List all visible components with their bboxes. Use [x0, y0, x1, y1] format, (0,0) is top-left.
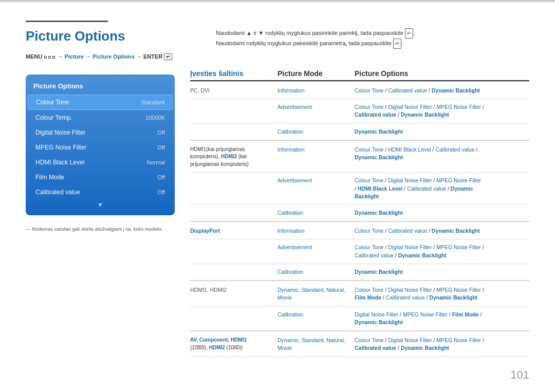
- menu-item-value: Off: [158, 189, 165, 195]
- cell-source: PC, DVI: [190, 86, 278, 96]
- page-number: 101: [510, 368, 529, 382]
- table-header: Įvesties šaltinis Picture Mode Picture O…: [190, 69, 529, 81]
- cell-options: Colour Tone / Digital Noise Filter / MPE…: [355, 335, 529, 353]
- header-accent-bar: [26, 21, 108, 22]
- cell-options: Colour Tone / Calibrated value / Dynamic…: [355, 86, 529, 96]
- menu-path: MENU → Picture → Picture Options → ENTER…: [26, 53, 529, 60]
- cell-options: Dynamic Backlight: [355, 127, 529, 137]
- cell-source: [190, 267, 278, 269]
- cell-mode: Advertisement: [278, 176, 355, 185]
- menu-item-value: 10000K: [145, 115, 165, 121]
- table-row: AV, Component, HDMI1(1080i), HDMI2 (1080…: [190, 331, 529, 357]
- cell-mode: Calibration: [278, 127, 355, 137]
- menu-item-value: Off: [158, 174, 165, 180]
- menu-item-label: Film Mode: [35, 174, 64, 181]
- cell-source: [190, 176, 278, 178]
- table-row: PC, DVI Information Colour Tone / Calibr…: [190, 81, 529, 99]
- cell-source: [190, 310, 278, 312]
- cell-mode: Calibration: [278, 208, 355, 218]
- menu-item-colour-temp[interactable]: Colour Temp. 10000K: [28, 110, 173, 125]
- cell-source: [190, 127, 278, 129]
- cell-mode: Information: [278, 86, 355, 96]
- instructions-block: Naudodami ▲ ir ▼ rodyklių mygtukus pasir…: [216, 28, 529, 49]
- picture-options-box-title: Picture Options: [26, 80, 175, 94]
- menu-item-value: Off: [158, 129, 165, 136]
- left-panel: Picture Options Colour Tone Standard Col…: [26, 69, 175, 357]
- cell-options: Colour Tone / Calibrated value / Dynamic…: [355, 226, 529, 236]
- cell-source: HDMI1(kai prijungiamas kompiuteris), HDM…: [190, 145, 278, 170]
- menu-item-value: Normal: [147, 159, 165, 165]
- menu-item-mpeg-noise[interactable]: MPEG Noise Filter Off: [28, 140, 173, 155]
- table-row: Advertisement Colour Tone / Digital Nois…: [190, 173, 529, 205]
- menu-item-label: MPEG Noise Filter: [35, 144, 86, 151]
- cell-source: DisplayPort: [190, 226, 278, 236]
- menu-item-hdmi-black[interactable]: HDMI Black Level Normal: [28, 155, 173, 170]
- top-decorative-line: [0, 0, 555, 2]
- instruction-line-1: Naudodami ▲ ir ▼ rodyklių mygtukus pasir…: [216, 28, 529, 39]
- cell-options: Colour Tone / Digital Noise Filter / MPE…: [355, 176, 529, 201]
- cell-mode: Information: [278, 226, 355, 236]
- menu-item-value: Standard: [141, 99, 164, 105]
- instruction-line-2: Naudodami rodyklių mygtukus pakeiskite p…: [216, 39, 529, 49]
- table-header-mode: Picture Mode: [278, 69, 355, 78]
- table-row: DisplayPort Information Colour Tone / Ca…: [190, 221, 529, 239]
- menu-item-colour-tone[interactable]: Colour Tone Standard: [28, 95, 173, 110]
- table-row: HDMI1, HDMI2 Dynamic, Standard, Natural,…: [190, 281, 529, 306]
- table-row: Advertisement Colour Tone / Digital Nois…: [190, 99, 529, 123]
- cell-options: Dynamic Backlight: [355, 267, 529, 277]
- cell-options: Digital Noise Filter / MPEG Noise Filter…: [355, 310, 529, 327]
- cell-source: [190, 102, 278, 104]
- cell-mode: Advertisement: [278, 242, 355, 252]
- cell-source: HDMI1, HDMI2: [190, 285, 278, 295]
- picture-options-box: Picture Options Colour Tone Standard Col…: [26, 74, 175, 215]
- table-header-options: Picture Options: [355, 69, 529, 78]
- cell-source: [190, 208, 278, 210]
- menu-item-value: Off: [158, 144, 165, 151]
- cell-source: AV, Component, HDMI1(1080i), HDMI2 (1080…: [190, 335, 278, 352]
- menu-item-label: Calibrated value: [35, 189, 80, 196]
- cell-source: [190, 242, 278, 245]
- cell-mode: Dynamic, Standard, Natural,Movie: [278, 335, 355, 353]
- cell-options: Colour Tone / Digital Noise Filter / MPE…: [355, 102, 529, 120]
- cell-options: Dynamic Backlight: [355, 208, 529, 218]
- menu-item-label: Colour Tone: [36, 99, 69, 106]
- table-header-source: Įvesties šaltinis: [190, 69, 278, 78]
- page: Picture Options Naudodami ▲ ir ▼ rodykli…: [0, 0, 555, 392]
- cell-options: Colour Tone / Digital Noise Filter / MPE…: [355, 285, 529, 303]
- cell-mode: Advertisement: [278, 102, 355, 112]
- menu-item-digital-noise[interactable]: Digital Noise Filter Off: [28, 125, 173, 140]
- content-layout: Picture Options Colour Tone Standard Col…: [26, 69, 529, 357]
- menu-scroll-down-arrow[interactable]: ▼: [26, 200, 175, 210]
- menu-item-label: HDMI Black Level: [35, 159, 84, 166]
- cell-mode: Calibration: [278, 267, 355, 277]
- cell-mode: Information: [278, 145, 355, 155]
- table-row: Calibration Dynamic Backlight: [190, 124, 529, 140]
- cell-options: Colour Tone / HDMI Black Level / Calibra…: [355, 145, 529, 162]
- cell-mode: Dynamic, Standard, Natural,Movie: [278, 285, 355, 303]
- right-panel: Įvesties šaltinis Picture Mode Picture O…: [190, 69, 529, 357]
- cell-mode: Calibration: [278, 310, 355, 320]
- table-row: Calibration Dynamic Backlight: [190, 205, 529, 221]
- menu-item-label: Colour Temp.: [35, 114, 72, 121]
- menu-item-film-mode[interactable]: Film Mode Off: [28, 170, 173, 184]
- left-panel-note: ― Rodomas vaizdas gali skirtis atsižvelg…: [26, 226, 175, 233]
- menu-item-label: Digital Noise Filter: [35, 129, 85, 136]
- table-row: HDMI1(kai prijungiamas kompiuteris), HDM…: [190, 140, 529, 173]
- menu-item-calibrated-value[interactable]: Calibrated value Off: [28, 185, 173, 199]
- cell-options: Colour Tone / Digital Noise Filter / MPE…: [355, 242, 529, 260]
- table-container: Įvesties šaltinis Picture Mode Picture O…: [190, 69, 529, 357]
- table-row: Advertisement Colour Tone / Digital Nois…: [190, 239, 529, 264]
- table-row: Calibration Dynamic Backlight: [190, 264, 529, 281]
- table-row: Calibration Digital Noise Filter / MPEG …: [190, 307, 529, 331]
